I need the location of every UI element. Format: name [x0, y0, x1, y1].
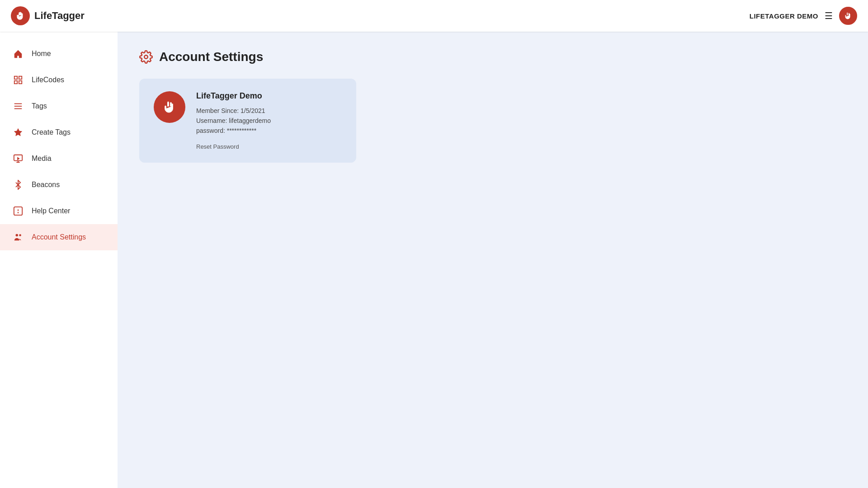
page-header: Account Settings	[139, 50, 846, 64]
sidebar-label-lifecodes: LifeCodes	[32, 76, 64, 84]
sidebar-label-home: Home	[32, 50, 51, 58]
sidebar-item-create-tags[interactable]: Create Tags	[0, 119, 118, 145]
logo-icon	[11, 6, 30, 25]
sidebar-item-beacons[interactable]: Beacons	[0, 172, 118, 198]
sidebar-label-create-tags: Create Tags	[32, 128, 71, 136]
settings-icon	[139, 50, 153, 64]
grid-icon	[13, 75, 24, 85]
account-username: Username: lifetaggerdemo	[196, 117, 271, 124]
sidebar-item-tags[interactable]: Tags	[0, 93, 118, 119]
svg-rect-3	[19, 81, 22, 84]
header-avatar[interactable]	[839, 7, 857, 25]
media-icon	[13, 154, 24, 164]
svg-rect-1	[19, 76, 22, 79]
account-password: password: ************	[196, 127, 271, 134]
svg-point-17	[144, 55, 148, 59]
sidebar-label-help-center: Help Center	[32, 207, 70, 215]
sidebar-item-media[interactable]: Media	[0, 145, 118, 172]
sidebar-label-beacons: Beacons	[32, 181, 60, 189]
svg-point-16	[19, 234, 21, 236]
sidebar: Home LifeCodes Tags	[0, 32, 118, 488]
app-name: LifeTagger	[34, 10, 85, 22]
page-title: Account Settings	[159, 50, 263, 64]
account-avatar	[154, 91, 185, 123]
reset-password-link[interactable]: Reset Password	[196, 143, 271, 150]
list-icon	[13, 101, 24, 111]
sidebar-label-media: Media	[32, 155, 52, 163]
main-content: Account Settings LifeTagger Demo Member …	[118, 32, 868, 488]
svg-rect-2	[14, 81, 17, 84]
header-right: LIFETAGGER DEMO ☰	[750, 7, 857, 25]
logo-area: LifeTagger	[11, 6, 85, 25]
home-icon	[13, 49, 24, 59]
account-name: LifeTagger Demo	[196, 91, 271, 101]
svg-point-15	[16, 234, 19, 237]
svg-marker-7	[14, 128, 22, 136]
hamburger-icon[interactable]: ☰	[825, 10, 833, 21]
sidebar-item-lifecodes[interactable]: LifeCodes	[0, 67, 118, 93]
star-icon	[13, 127, 24, 137]
sidebar-label-account-settings: Account Settings	[32, 233, 86, 241]
sidebar-label-tags: Tags	[32, 102, 47, 110]
people-icon	[13, 232, 24, 242]
sidebar-item-account-settings[interactable]: Account Settings	[0, 224, 118, 250]
main-layout: Home LifeCodes Tags	[0, 32, 868, 488]
app-header: LifeTagger LIFETAGGER DEMO ☰	[0, 0, 868, 32]
account-member-since: Member Since: 1/5/2021	[196, 107, 271, 114]
bluetooth-icon	[13, 180, 24, 190]
help-icon	[13, 206, 24, 216]
svg-marker-9	[17, 157, 20, 160]
sidebar-item-home[interactable]: Home	[0, 41, 118, 67]
account-card: LifeTagger Demo Member Since: 1/5/2021 U…	[139, 79, 356, 163]
header-username: LIFETAGGER DEMO	[750, 12, 818, 20]
account-info: LifeTagger Demo Member Since: 1/5/2021 U…	[196, 91, 271, 150]
sidebar-item-help-center[interactable]: Help Center	[0, 198, 118, 224]
svg-rect-0	[14, 76, 17, 79]
